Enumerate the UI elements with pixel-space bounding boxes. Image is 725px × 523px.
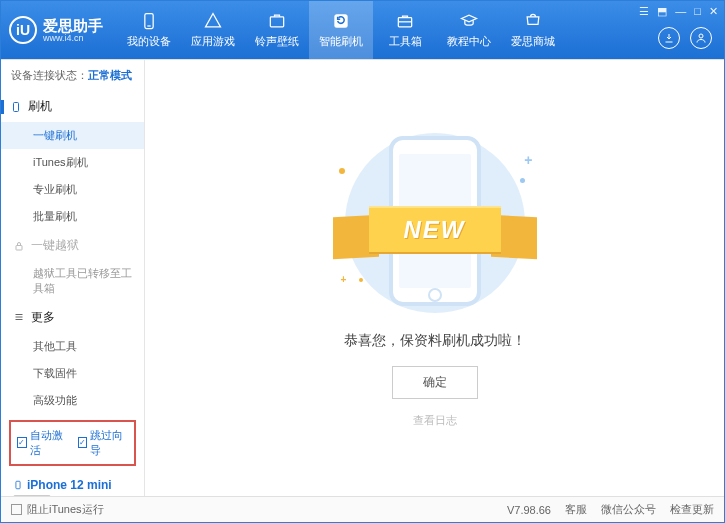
logo-icon: iU — [9, 16, 37, 44]
svg-rect-12 — [16, 481, 20, 489]
tab-smart-flash[interactable]: 智能刷机 — [309, 1, 373, 59]
version-label: V7.98.66 — [507, 504, 551, 516]
nav-onekey-flash[interactable]: 一键刷机 — [1, 122, 144, 149]
jailbreak-note: 越狱工具已转移至工具箱 — [1, 261, 144, 302]
phone-small-icon — [10, 101, 22, 113]
tab-apps-games[interactable]: 应用游戏 — [181, 1, 245, 59]
svg-rect-8 — [16, 245, 22, 250]
app-url: www.i4.cn — [43, 33, 103, 43]
success-illustration: NEW ++ — [335, 128, 535, 318]
header: iU 爱思助手 www.i4.cn 我的设备 应用游戏 铃声壁纸 智能刷机 工具… — [1, 1, 724, 59]
lock-icon — [13, 240, 25, 252]
maximize-icon[interactable]: □ — [694, 5, 701, 18]
list-icon — [13, 311, 25, 323]
view-log-link[interactable]: 查看日志 — [413, 413, 457, 428]
main-content: NEW ++ 恭喜您，保资料刷机成功啦！ 确定 查看日志 — [145, 60, 724, 496]
checkbox-skip-guide[interactable]: ✓跳过向导 — [78, 428, 129, 458]
close-icon[interactable]: ✕ — [709, 5, 718, 18]
user-icon[interactable] — [690, 27, 712, 49]
tab-tutorials[interactable]: 教程中心 — [437, 1, 501, 59]
apps-icon — [203, 11, 223, 31]
check-update-link[interactable]: 检查更新 — [670, 502, 714, 517]
tab-toolbox[interactable]: 工具箱 — [373, 1, 437, 59]
svg-point-6 — [699, 34, 703, 38]
pin-icon[interactable]: ⬒ — [657, 5, 667, 18]
refresh-icon — [331, 11, 351, 31]
main-tabs: 我的设备 应用游戏 铃声壁纸 智能刷机 工具箱 教程中心 爱思商城 — [117, 1, 716, 59]
menu-icon[interactable]: ☰ — [639, 5, 649, 18]
section-more[interactable]: 更多 — [1, 302, 144, 333]
ok-button[interactable]: 确定 — [392, 366, 478, 399]
success-message: 恭喜您，保资料刷机成功啦！ — [344, 332, 526, 350]
grad-cap-icon — [459, 11, 479, 31]
nav-itunes-flash[interactable]: iTunes刷机 — [1, 149, 144, 176]
support-link[interactable]: 客服 — [565, 502, 587, 517]
cart-icon — [523, 11, 543, 31]
tab-store[interactable]: 爱思商城 — [501, 1, 565, 59]
checkbox-auto-activate[interactable]: ✓自动激活 — [17, 428, 68, 458]
wechat-link[interactable]: 微信公众号 — [601, 502, 656, 517]
app-name: 爱思助手 — [43, 18, 103, 33]
new-ribbon: NEW — [369, 206, 501, 254]
header-actions — [658, 27, 712, 49]
sidebar: 设备连接状态：正常模式 刷机 一键刷机 iTunes刷机 专业刷机 批量刷机 一… — [1, 60, 145, 496]
footer: 阻止iTunes运行 V7.98.66 客服 微信公众号 检查更新 — [1, 496, 724, 522]
download-icon[interactable] — [658, 27, 680, 49]
svg-rect-7 — [14, 102, 19, 111]
nav-download-firmware[interactable]: 下载固件 — [1, 360, 144, 387]
nav-pro-flash[interactable]: 专业刷机 — [1, 176, 144, 203]
device-name: iPhone 12 mini — [13, 478, 132, 492]
device-icon — [13, 478, 23, 492]
options-box: ✓自动激活 ✓跳过向导 — [9, 420, 136, 466]
section-flash[interactable]: 刷机 — [1, 91, 144, 122]
nav-batch-flash[interactable]: 批量刷机 — [1, 203, 144, 230]
nav-advanced[interactable]: 高级功能 — [1, 387, 144, 414]
app-window: iU 爱思助手 www.i4.cn 我的设备 应用游戏 铃声壁纸 智能刷机 工具… — [0, 0, 725, 523]
minimize-icon[interactable]: — — [675, 5, 686, 18]
window-controls: ☰ ⬒ — □ ✕ — [639, 5, 718, 18]
body: 设备连接状态：正常模式 刷机 一键刷机 iTunes刷机 专业刷机 批量刷机 一… — [1, 59, 724, 496]
checkbox-block-itunes[interactable]: 阻止iTunes运行 — [11, 502, 104, 517]
section-jailbreak: 一键越狱 — [1, 230, 144, 261]
nav-other-tools[interactable]: 其他工具 — [1, 333, 144, 360]
tab-ringtone-wallpaper[interactable]: 铃声壁纸 — [245, 1, 309, 59]
tab-my-device[interactable]: 我的设备 — [117, 1, 181, 59]
logo: iU 爱思助手 www.i4.cn — [9, 16, 103, 44]
toolbox-icon — [395, 11, 415, 31]
svg-rect-2 — [270, 17, 283, 27]
briefcase-icon — [267, 11, 287, 31]
phone-icon — [139, 11, 159, 31]
connection-status: 设备连接状态：正常模式 — [1, 60, 144, 91]
